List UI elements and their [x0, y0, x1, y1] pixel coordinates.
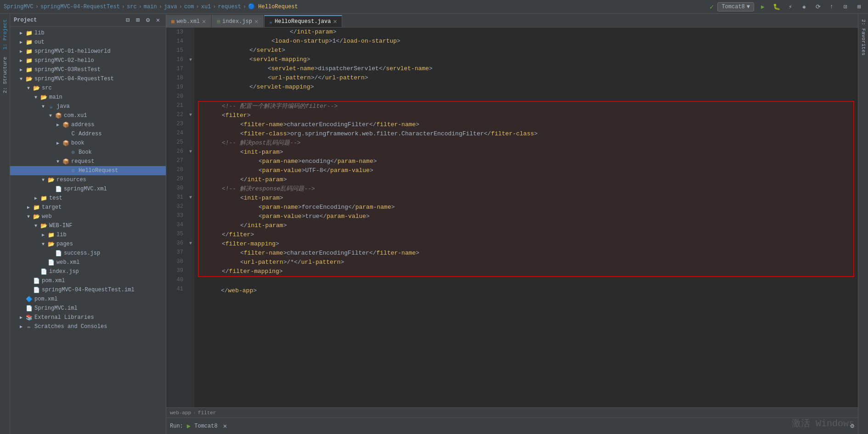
tree-item-web[interactable]: ▼ 📂 web: [10, 212, 166, 221]
tree-item-target[interactable]: ▶ 📁 target: [10, 203, 166, 212]
breadcrumb-project[interactable]: springMVC-04-RequestTest: [40, 4, 120, 10]
breadcrumb-com[interactable]: com: [184, 4, 194, 10]
tree-item-springmvc02[interactable]: ▶ 📁 springMVC-02-hello: [10, 56, 166, 65]
breadcrumb-springmvc[interactable]: SpringMVC: [4, 4, 34, 10]
breadcrumb-xu1[interactable]: xu1: [201, 4, 211, 10]
breadcrumb-bottom-webapp[interactable]: web-app: [170, 410, 191, 416]
tree-item-java[interactable]: ▼ ☕ java: [10, 102, 166, 111]
xml-icon: 📄: [47, 259, 55, 266]
run-config-selector[interactable]: Tomcat8 ▼: [717, 2, 754, 11]
folder-orange-icon: 📁: [25, 39, 33, 46]
tree-item-lib2[interactable]: ▶ 📁 lib: [10, 230, 166, 239]
tree-label: resources: [56, 177, 86, 183]
tree-item-HelloRequest[interactable]: ⊙ HelloRequest: [10, 166, 166, 175]
tree-item-extlibs[interactable]: ▶ 📚 External Libraries: [10, 313, 166, 322]
tree-item-springmvc04[interactable]: ▼ 📂 springMVC-04-RequestTest: [10, 74, 166, 83]
breadcrumb-java[interactable]: java: [164, 4, 177, 10]
folder-icon: 📂: [39, 94, 48, 101]
tree-item-pomxml[interactable]: 📄 pom.xml: [10, 276, 166, 285]
breadcrumb-src[interactable]: src: [127, 4, 137, 10]
tree-item-book[interactable]: ▶ 📦 book: [10, 139, 166, 148]
sidebar-item-project[interactable]: 1: Project: [1, 16, 9, 53]
tab-close-webxml[interactable]: ✕: [202, 18, 206, 25]
tree-item-pomxml2[interactable]: 🔷 pom.xml: [10, 295, 166, 304]
tree-label: springMVC-04-RequestTest: [34, 76, 114, 82]
code-editor[interactable]: </init-param> <load-on-startup>1</load-o…: [194, 28, 858, 407]
dropdown-icon: ▼: [747, 4, 750, 10]
breadcrumb-bottom-filter[interactable]: filter: [198, 410, 216, 416]
code-line-17: <servlet-name>dispatcherServlet</servlet…: [198, 64, 854, 73]
tree-item-springmvc01[interactable]: ▶ 📁 springMVC-01-helloworld: [10, 47, 166, 56]
profile-button[interactable]: ◈: [799, 2, 809, 12]
sidebar-item-structure[interactable]: 2: Structure: [1, 53, 9, 97]
tree-item-main[interactable]: ▼ 📂 main: [10, 93, 166, 102]
tree-item-springmvcxml[interactable]: 📄 springMVC.xml: [10, 184, 166, 194]
coverage-button[interactable]: ⚡: [785, 2, 795, 12]
tree-item-comxu1[interactable]: ▼ 📦 com.xu1: [10, 111, 166, 120]
tree-item-webxml[interactable]: 📄 web.xml: [10, 258, 166, 267]
update-button[interactable]: ↑: [827, 2, 837, 12]
run-icon: ▶: [187, 422, 191, 430]
line-num-13: 13: [166, 28, 183, 37]
tree-item-out[interactable]: ▶ 📁 out: [10, 38, 166, 47]
tree-label: Address: [79, 131, 101, 137]
tab-webxml[interactable]: ▦ web.xml ✕: [166, 15, 211, 27]
breadcrumb: SpringMVC › springMVC-04-RequestTest › s…: [4, 3, 298, 10]
code-line-40: [198, 277, 854, 286]
code-line-16: <servlet-mapping>: [198, 55, 854, 64]
tab-indexjsp[interactable]: ▤ index.jsp ✕: [212, 15, 263, 27]
sidebar-actions: ⊟ ⊞ ⚙ ✕: [124, 16, 162, 24]
tree-item-scratches[interactable]: ▶ ✏️ Scratches and Consoles: [10, 322, 166, 331]
tree-item-test[interactable]: ▶ 📁 test: [10, 194, 166, 203]
tree-item-iml[interactable]: 📄 springMVC-04-RequestTest.iml: [10, 285, 166, 295]
debug-button[interactable]: 🐛: [772, 2, 782, 12]
tab-hellorequest[interactable]: ☕ HelloRequest.java ✕: [264, 15, 342, 27]
tree-item-indexjsp[interactable]: 📄 index.jsp: [10, 267, 166, 276]
line-num-24: 24: [166, 128, 183, 138]
sidebar-collapse-action[interactable]: ⊟: [124, 16, 132, 24]
sidebar-close-action[interactable]: ✕: [154, 16, 162, 24]
tree-item-request[interactable]: ▼ 📦 request: [10, 157, 166, 166]
breadcrumb-request[interactable]: request: [218, 4, 241, 10]
tab-close-hellorequest[interactable]: ✕: [333, 18, 337, 25]
editor-container: 13 14 15 16 17 18 19 20 21 22 23 24 25 2…: [166, 28, 858, 407]
tree-item-springmvc-iml[interactable]: 📄 SpringMVC.iml: [10, 304, 166, 313]
tree-label: lib: [56, 232, 67, 238]
code-line-35: </filter>: [199, 230, 853, 239]
line-num-14: 14: [166, 37, 183, 46]
jsp-icon: 📄: [54, 250, 62, 257]
tree-item-webinf[interactable]: ▼ 📂 WEB-INF: [10, 221, 166, 230]
tree-item-src[interactable]: ▼ 📂 src: [10, 83, 166, 93]
code-line-13: </init-param>: [198, 28, 854, 37]
sidebar-item-favorites[interactable]: 2: Favorites: [860, 16, 867, 59]
sidebar-expand-action[interactable]: ⊞: [134, 16, 142, 24]
tree-item-address[interactable]: ▶ 📦 address: [10, 120, 166, 129]
tree-item-pages[interactable]: ▼ 📂 pages: [10, 239, 166, 249]
tree-item-springmvc03[interactable]: ▶ 📁 springMVC-03RestTest: [10, 65, 166, 74]
tab-label: index.jsp: [222, 18, 252, 25]
line-num-36: 36: [166, 239, 183, 248]
window-maximize-button[interactable]: ⊞: [854, 2, 864, 12]
settings-icon[interactable]: ⚙: [851, 422, 854, 430]
tree-item-lib[interactable]: ▶ 📁 lib: [10, 28, 166, 38]
tab-close-indexjsp[interactable]: ✕: [254, 18, 258, 25]
tree-label: src: [42, 85, 52, 91]
run-config-label: Tomcat8: [721, 4, 744, 10]
build-button[interactable]: ⟳: [813, 2, 823, 12]
run-close-icon[interactable]: ✕: [223, 422, 227, 430]
line-num-30: 30: [166, 184, 183, 193]
tree-item-Book[interactable]: ⊙ Book: [10, 148, 166, 157]
library-icon: 📚: [25, 314, 33, 321]
tree-label: WEB-INF: [49, 223, 72, 229]
package-icon: 📦: [54, 112, 62, 119]
window-restore-button[interactable]: ⊡: [840, 2, 851, 12]
tree-item-resources[interactable]: ▼ 📂 resources: [10, 175, 166, 184]
line-num-42: [166, 294, 183, 303]
sidebar-settings-action[interactable]: ⚙: [144, 16, 152, 24]
run-button[interactable]: ▶: [758, 2, 768, 12]
tree-item-Address[interactable]: C Address: [10, 129, 166, 139]
breadcrumb-main[interactable]: main: [144, 4, 157, 10]
tree-item-successjsp[interactable]: 📄 success.jsp: [10, 249, 166, 258]
tree-label: request: [71, 158, 94, 165]
line-num-35: 35: [166, 229, 183, 239]
